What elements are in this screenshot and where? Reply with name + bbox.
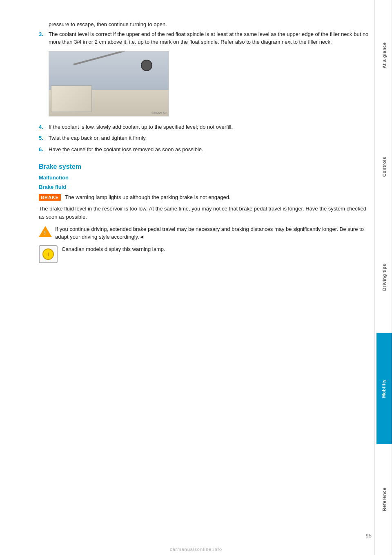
step-4-text: If the coolant is low, slowly add coolan… <box>49 123 233 131</box>
canadian-warning-icon: i <box>39 245 58 263</box>
malfunction-heading: Malfunction <box>39 175 370 181</box>
canadian-row: i Canadian models display this warning l… <box>39 245 370 263</box>
brake-system-heading: Brake system <box>39 163 370 170</box>
brake-body-text: The brake fluid level in the reservoir i… <box>39 205 370 221</box>
sidebar-divider <box>374 0 375 555</box>
step-5-text: Twist the cap back on and tighten it fir… <box>49 134 147 142</box>
step-6-num: 6. <box>39 145 49 154</box>
sidebar: At a glance Controls Driving tips Mobili… <box>376 0 392 555</box>
page-number: 95 <box>366 533 372 539</box>
steps-list: 3. The coolant level is correct if the u… <box>39 30 370 46</box>
step-3-num: 3. <box>39 30 49 46</box>
watermark: carmanualsonline.info <box>170 547 222 552</box>
image-box <box>51 85 92 112</box>
canadian-icon-circle: i <box>42 248 54 260</box>
warning-row: ! If you continue driving, extended brak… <box>39 225 370 241</box>
brake-badge: BRAKE <box>39 194 61 201</box>
main-content: pressure to escape, then continue turnin… <box>39 20 370 522</box>
step-6-text: Have the cause for the coolant loss remo… <box>49 145 203 154</box>
canadian-icon-label: i <box>47 251 49 257</box>
image-cap <box>141 60 152 71</box>
warning-triangle-icon: ! <box>39 226 52 237</box>
step-6: 6. Have the cause for the coolant loss r… <box>39 145 370 154</box>
step-4: 4. If the coolant is low, slowly add coo… <box>39 123 370 131</box>
sidebar-tab-controls[interactable]: Controls <box>376 111 392 222</box>
steps-4-6-list: 4. If the coolant is low, slowly add coo… <box>39 123 370 154</box>
step-3: 3. The coolant level is correct if the u… <box>39 30 370 46</box>
image-watermark: ©BMW AG <box>151 111 167 115</box>
step-4-num: 4. <box>39 123 49 131</box>
coolant-image-inner: ©BMW AG <box>49 51 169 116</box>
brake-warning-text: The warning lamp lights up although the … <box>65 193 230 201</box>
brake-warning-row: BRAKE The warning lamp lights up althoug… <box>39 193 370 201</box>
step-3-text: The coolant level is correct if the uppe… <box>49 30 370 46</box>
step-5-num: 5. <box>39 134 49 142</box>
exclamation-mark: ! <box>44 230 46 236</box>
coolant-image: ©BMW AG <box>49 51 169 116</box>
sidebar-tab-at-a-glance[interactable]: At a glance <box>376 0 392 111</box>
warning-text: If you continue driving, extended brake … <box>55 225 370 241</box>
sidebar-tab-driving-tips[interactable]: Driving tips <box>376 222 392 333</box>
intro-step-text: pressure to escape, then continue turnin… <box>49 20 167 29</box>
intro-step: pressure to escape, then continue turnin… <box>49 20 370 29</box>
sidebar-tab-reference[interactable]: Reference <box>376 444 392 555</box>
step-5: 5. Twist the cap back on and tighten it … <box>39 134 370 142</box>
brake-fluid-heading: Brake fluid <box>39 184 370 190</box>
canadian-text: Canadian models display this warning lam… <box>62 245 370 253</box>
sidebar-tab-mobility[interactable]: Mobility <box>376 333 392 444</box>
image-bg-top <box>49 51 169 90</box>
